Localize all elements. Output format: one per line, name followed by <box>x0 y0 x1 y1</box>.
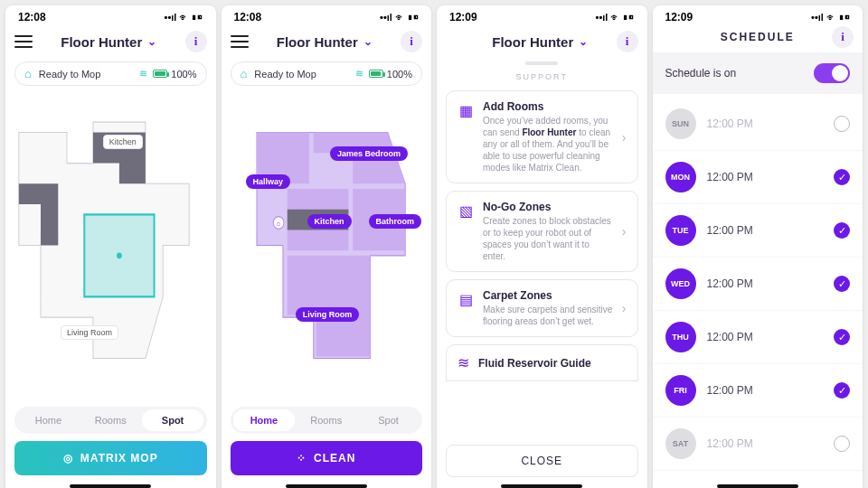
status-bar: 12:09 ••ıl ᯤ ▮◧ <box>653 5 863 23</box>
day-time: 12:00 PM <box>707 277 753 290</box>
rooms-icon: ▦ <box>458 102 474 119</box>
device-picker[interactable]: Floor Hunter ⌄ <box>277 34 373 50</box>
status-icons: ••ıl ᯤ ▮◧ <box>380 12 419 23</box>
info-button[interactable]: i <box>832 26 854 48</box>
sparkle-icon: ⁘ <box>297 452 307 465</box>
floor-map[interactable]: ⌂ Hallway James Bedroom Kitchen Bathroom… <box>231 91 423 399</box>
clock: 12:09 <box>665 11 693 23</box>
matrix-mop-button[interactable]: ◎ MATRIX MOP <box>14 441 207 475</box>
robot-status-pill[interactable]: ⌂ Ready to Mop ≋ 100% <box>14 61 207 86</box>
day-time: 12:00 PM <box>707 331 753 343</box>
menu-button[interactable] <box>14 35 33 48</box>
info-button[interactable]: i <box>401 31 422 52</box>
home-indicator <box>286 484 367 488</box>
seg-spot[interactable]: Spot <box>357 409 420 431</box>
status-text: Ready to Mop <box>39 69 100 80</box>
schedule-row-tue[interactable]: TUE12:00 PM✓ <box>653 204 863 258</box>
schedule-toggle-row: Schedule is on <box>653 52 863 94</box>
mode-segmented[interactable]: Home Rooms Spot <box>231 407 423 434</box>
room-pill-living-room[interactable]: Living Room <box>296 307 360 322</box>
seg-spot[interactable]: Spot <box>142 409 204 431</box>
status-bar: 12:08 ••ıl ᯤ ▮◧ <box>222 5 432 23</box>
status-icons: ••ıl ᯤ ▮◧ <box>596 12 635 23</box>
water-icon: ≋ <box>139 68 146 80</box>
sheet-grabber[interactable] <box>525 61 558 65</box>
home-icon: ⌂ <box>241 67 248 80</box>
schedule-toggle[interactable] <box>814 63 850 83</box>
home-indicator <box>70 484 151 488</box>
info-button[interactable]: i <box>185 31 207 52</box>
day-check[interactable] <box>834 436 850 452</box>
status-icons: ••ıl ᯤ ▮◧ <box>811 12 850 23</box>
card-text: Once you’ve added rooms, you can send Fl… <box>483 115 613 174</box>
clock: 12:08 <box>234 11 262 23</box>
day-check[interactable]: ✓ <box>834 329 850 345</box>
svg-text:⌂: ⌂ <box>277 219 280 228</box>
room-label-living-room: Living Room <box>61 325 118 340</box>
water-icon: ≋ <box>355 68 362 80</box>
status-bar: 12:08 ••ıl ᯤ ▮◧ <box>5 5 216 23</box>
room-label-kitchen: Kitchen <box>103 135 143 149</box>
day-check[interactable] <box>834 116 850 132</box>
home-icon: ⌂ <box>24 67 32 80</box>
schedule-row-sun[interactable]: SUN12:00 PM <box>653 98 863 151</box>
clock: 12:09 <box>449 11 477 23</box>
schedule-row-wed[interactable]: WED12:00 PM✓ <box>653 258 863 311</box>
close-button[interactable]: CLOSE <box>446 445 638 477</box>
schedule-row-fri[interactable]: FRI12:00 PM✓ <box>653 364 863 418</box>
chevron-right-icon: › <box>622 130 627 145</box>
seg-home[interactable]: Home <box>233 409 296 431</box>
page-title: SCHEDULE <box>721 31 795 43</box>
schedule-row-mon[interactable]: MON12:00 PM✓ <box>653 151 863 204</box>
device-picker[interactable]: Floor Hunter ⌄ <box>61 34 156 50</box>
card-fluid-reservoir[interactable]: ≋ Fluid Reservoir Guide <box>446 344 638 381</box>
room-pill-kitchen[interactable]: Kitchen <box>307 214 352 229</box>
status-bar: 12:09 ••ıl ᯤ ▮◧ <box>437 5 647 23</box>
robot-status-pill[interactable]: ⌂ Ready to Mop ≋ 100% <box>231 61 423 86</box>
mode-segmented[interactable]: Home Rooms Spot <box>14 407 207 434</box>
day-check[interactable]: ✓ <box>834 276 850 292</box>
day-check[interactable]: ✓ <box>834 382 850 399</box>
day-check[interactable]: ✓ <box>834 169 850 185</box>
room-pill-james[interactable]: James Bedroom <box>330 146 408 161</box>
schedule-row-thu[interactable]: THU12:00 PM✓ <box>653 311 863 364</box>
room-pill-hallway[interactable]: Hallway <box>246 174 291 189</box>
sheet-title: SUPPORT <box>446 72 638 81</box>
card-nogo-zones[interactable]: ▧ No-Go Zones Create zones to block obst… <box>446 191 638 272</box>
day-chip: FRI <box>665 375 696 406</box>
battery-percent: 100% <box>171 69 196 80</box>
room-pill-bathroom[interactable]: Bathroom <box>369 214 422 229</box>
day-time: 12:00 PM <box>707 224 753 237</box>
card-add-rooms[interactable]: ▦ Add Rooms Once you’ve added rooms, you… <box>446 90 638 183</box>
day-time: 12:00 PM <box>707 117 753 130</box>
svg-point-1 <box>117 252 122 258</box>
day-chip: MON <box>665 162 696 192</box>
menu-button[interactable] <box>231 35 249 48</box>
seg-rooms[interactable]: Rooms <box>295 409 357 431</box>
home-indicator <box>501 484 582 488</box>
day-chip: SAT <box>665 428 696 459</box>
day-time: 12:00 PM <box>707 437 753 450</box>
schedule-row-sat[interactable]: SAT12:00 PM <box>653 418 863 471</box>
day-time: 12:00 PM <box>707 171 753 183</box>
screen-support: 12:09 ••ıl ᯤ ▮◧ Floor Hunter ⌄ i SUPPORT… <box>437 5 647 488</box>
day-chip: SUN <box>665 108 696 139</box>
clean-button[interactable]: ⁘ CLEAN <box>231 441 423 475</box>
chevron-right-icon: › <box>622 301 627 315</box>
chevron-down-icon: ⌄ <box>363 35 373 48</box>
card-carpet-zones[interactable]: ▤ Carpet Zones Make sure carpets and sen… <box>446 279 638 337</box>
clock: 12:08 <box>18 11 46 23</box>
floor-map[interactable]: Kitchen Living Room <box>14 91 207 399</box>
day-chip: THU <box>665 322 696 352</box>
seg-rooms[interactable]: Rooms <box>80 409 142 431</box>
device-name: Floor Hunter <box>61 34 142 50</box>
day-check[interactable]: ✓ <box>834 222 850 239</box>
info-button[interactable]: i <box>617 31 638 52</box>
battery-indicator: 100% <box>369 69 412 80</box>
toggle-label: Schedule is on <box>665 67 737 80</box>
fingerprint-icon: ◎ <box>63 452 73 465</box>
device-picker[interactable]: Floor Hunter ⌄ <box>492 34 588 50</box>
chevron-down-icon: ⌄ <box>579 35 588 48</box>
battery-indicator: 100% <box>153 69 196 80</box>
seg-home[interactable]: Home <box>17 409 80 431</box>
